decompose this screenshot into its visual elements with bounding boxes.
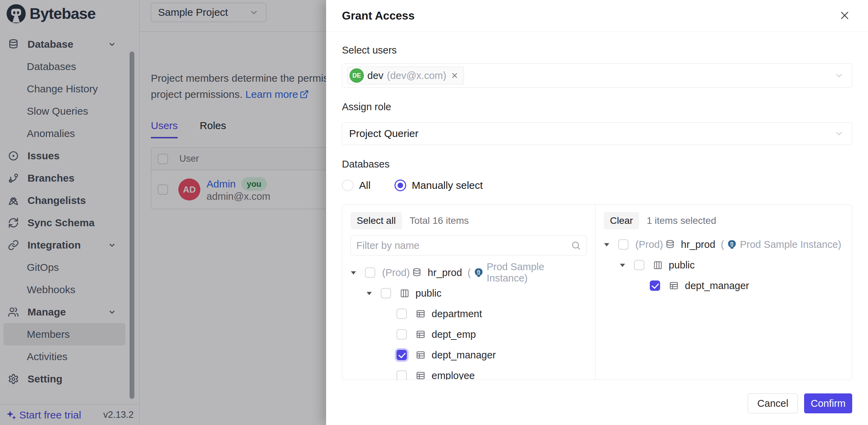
user-chip: DE dev (dev@x.com) (347, 67, 464, 84)
bytebase-app: Bytebase Database Databases Change Histo… (0, 0, 868, 425)
radio-all[interactable]: All (342, 180, 370, 191)
checkbox[interactable] (618, 239, 628, 250)
modal-footer: Cancel Confirm (326, 382, 868, 425)
clear-button[interactable]: Clear (604, 212, 639, 229)
radio-manually-select[interactable]: Manually select (394, 180, 483, 191)
table-icon (416, 309, 425, 319)
total-items-label: Total 16 items (410, 215, 469, 226)
close-button[interactable] (837, 8, 852, 23)
filter-input-wrap (350, 236, 587, 255)
select-all-button[interactable]: Select all (350, 212, 402, 229)
search-icon (571, 240, 581, 251)
tree-row-table: department (350, 303, 587, 324)
close-icon (839, 10, 850, 22)
selected-tree: (Prod) hr_prod ( Prod Sample Instance) p… (604, 234, 844, 296)
tree-row-instance: (Prod) hr_prod ( Prod Sample Instance) (350, 262, 587, 283)
assign-role-select[interactable]: Project Querier (342, 122, 852, 145)
picker-source-pane: Select all Total 16 items (Prod) (342, 205, 596, 380)
caret-down-icon[interactable] (604, 242, 611, 247)
schema-icon (400, 289, 409, 298)
checkbox[interactable] (397, 329, 407, 340)
picker-selected-pane: Clear 1 items selected (Prod) hr_prod ( (596, 205, 852, 380)
tree-row-table: dept_emp (350, 324, 587, 345)
radio-icon (394, 180, 406, 191)
filter-input[interactable] (356, 240, 571, 251)
assign-role-label: Assign role (342, 101, 852, 113)
tree-row-schema: public (350, 283, 587, 303)
table-icon (416, 330, 425, 339)
tree-row-table: dept_manager (350, 345, 587, 365)
chevron-down-icon (834, 70, 844, 81)
chevron-down-icon (834, 128, 844, 139)
avatar: DE (349, 68, 364, 83)
radio-icon (342, 180, 354, 191)
checkbox[interactable] (397, 370, 407, 380)
table-icon (416, 371, 425, 380)
checkbox-checked[interactable] (650, 280, 660, 291)
source-tree: (Prod) hr_prod ( Prod Sample Instance) p… (350, 262, 587, 380)
checkbox-checked[interactable] (397, 350, 407, 360)
postgresql-icon (474, 267, 484, 278)
databases-radio-group: All Manually select (342, 180, 852, 191)
caret-down-icon[interactable] (620, 263, 626, 267)
modal-header: Grant Access (326, 0, 868, 32)
database-icon (412, 268, 422, 277)
grant-access-modal: Grant Access Select users DE dev (dev@x.… (326, 0, 868, 425)
select-users-input[interactable]: DE dev (dev@x.com) (342, 64, 852, 88)
checkbox[interactable] (365, 267, 375, 278)
cancel-button[interactable]: Cancel (748, 393, 798, 413)
table-icon (669, 281, 679, 290)
confirm-button[interactable]: Confirm (804, 393, 852, 413)
database-icon (665, 240, 675, 249)
checkbox[interactable] (634, 260, 644, 270)
caret-down-icon[interactable] (366, 291, 373, 296)
checkbox[interactable] (397, 309, 407, 319)
checkbox[interactable] (381, 288, 391, 298)
table-icon (416, 350, 425, 360)
postgresql-icon (727, 239, 737, 250)
caret-down-icon[interactable] (350, 271, 357, 275)
tree-row-instance: (Prod) hr_prod ( Prod Sample Instance) (604, 234, 844, 255)
modal-body: Select users DE dev (dev@x.com) Assign r… (326, 32, 868, 425)
database-picker: Select all Total 16 items (Prod) (342, 204, 852, 380)
schema-icon (653, 261, 663, 270)
databases-label: Databases (342, 159, 852, 170)
tree-row-table: dept_manager (604, 275, 844, 296)
tree-row-schema: public (604, 255, 844, 275)
modal-title: Grant Access (342, 9, 837, 22)
tree-row-table: employee (350, 365, 587, 380)
chip-remove-icon[interactable] (450, 71, 459, 80)
select-users-label: Select users (342, 45, 852, 56)
selected-items-label: 1 items selected (647, 215, 716, 226)
